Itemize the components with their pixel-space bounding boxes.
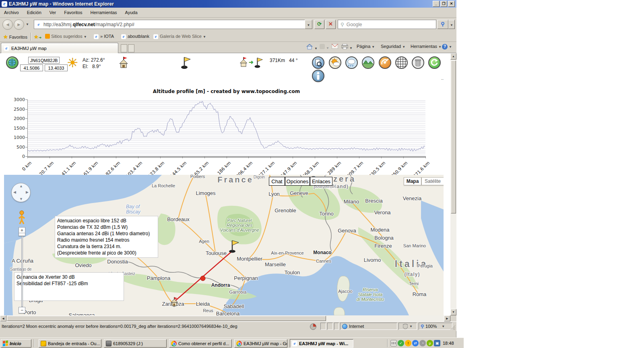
satellite-view-button[interactable]: Satélite: [421, 177, 444, 185]
map-canvas[interactable]: FranceSvizzera(Switzerland)Italia(Italy)…: [4, 175, 444, 315]
address-bar[interactable]: e http://ea3hmj.qlfecv.net/map/mapV2.php…: [34, 20, 305, 29]
opciones-button[interactable]: Opciones: [285, 177, 310, 186]
menu-archivo[interactable]: Archivo: [0, 8, 23, 17]
infobox-line: Sensibilidad del FT857 -125 dBm: [17, 280, 122, 287]
map-view-button[interactable]: Mapa: [404, 177, 421, 185]
zoom-slider-track[interactable]: [21, 235, 23, 307]
task-chrome-2[interactable]: EA3HMJ µW map - Googl...: [234, 339, 287, 348]
refresh-button[interactable]: ⟳: [314, 20, 324, 29]
feeds-button[interactable]: ▼: [320, 44, 329, 50]
task-chrome-1[interactable]: Como obtener el perfil d...: [169, 339, 232, 348]
network-icon[interactable]: ▣: [434, 340, 440, 346]
back-button[interactable]: ◄: [2, 19, 13, 30]
keyboard-icon[interactable]: [390, 340, 397, 346]
scroll-right-icon[interactable]: ▶: [444, 315, 450, 321]
satellite-button[interactable]: [379, 56, 391, 69]
sun-icon[interactable]: ☀: [67, 55, 78, 70]
suggested-sites-button[interactable]: Sitios sugeridos ▼: [45, 34, 87, 39]
menu-ayuda[interactable]: Ayuda: [121, 8, 142, 17]
zoom-profile-button[interactable]: [312, 56, 324, 69]
security-alert-icon[interactable]: !: [405, 340, 411, 346]
info-button[interactable]: [312, 70, 324, 82]
locator-globe-button[interactable]: [6, 56, 19, 69]
horizontal-scroll-thumb[interactable]: [7, 316, 326, 321]
help-button[interactable]: ? ▼: [442, 44, 452, 50]
pegman-icon[interactable]: [18, 210, 26, 225]
maximize-button[interactable]: ❐: [440, 1, 447, 7]
forward-button[interactable]: ►: [14, 19, 24, 30]
favorite-iota[interactable]: e » IOTA: [93, 34, 114, 39]
home-button[interactable]: ▼: [306, 44, 318, 50]
zoom-dropdown-icon[interactable]: ▼: [442, 325, 445, 328]
tools-menu[interactable]: Herramientas ▼: [411, 44, 442, 49]
new-tab-button[interactable]: [121, 44, 127, 52]
zoom-out-button[interactable]: −: [19, 307, 25, 313]
page-zoom-cell[interactable]: ⚲ 100% ▼: [419, 323, 452, 330]
pan-up-icon[interactable]: ▲: [19, 184, 23, 188]
search-box[interactable]: ⚲ Google: [338, 20, 436, 29]
read-mail-button[interactable]: [332, 44, 338, 50]
map-label: Bordeaux: [167, 216, 190, 222]
pan-right-icon[interactable]: ▶: [26, 190, 29, 194]
scroll-up-icon[interactable]: ▲: [450, 53, 456, 60]
task-ie-active[interactable]: e EA3HMJ µW map - Wi...: [290, 339, 353, 348]
pan-down-icon[interactable]: ▼: [19, 197, 23, 201]
grid-button[interactable]: [395, 56, 408, 69]
target-flag-icon[interactable]: [180, 55, 191, 69]
tab-list-button[interactable]: [128, 44, 134, 52]
enlaces-button[interactable]: Enlaces: [310, 177, 332, 186]
home-to-target-button[interactable]: ➜: [238, 56, 263, 68]
map-home-marker-icon[interactable]: [169, 296, 181, 307]
scheduler-icon[interactable]: ◔: [419, 340, 426, 346]
scroll-left-icon[interactable]: ◀: [0, 315, 6, 321]
tab-ea3hmj[interactable]: e EA3HMJ µW map: [1, 43, 118, 53]
terrain-button[interactable]: [362, 56, 374, 69]
menu-ver[interactable]: Ver: [45, 8, 60, 17]
menu-herramientas[interactable]: Herramientas: [87, 8, 121, 17]
weather-button[interactable]: [329, 56, 341, 69]
info-icon: [313, 70, 324, 81]
protected-mode-cell[interactable]: ▼: [398, 323, 417, 330]
utorrent-icon[interactable]: µ: [427, 340, 433, 346]
refresh-map-button[interactable]: [428, 56, 441, 69]
more-indicator[interactable]: ..: [441, 76, 444, 81]
map-label: Lleida: [196, 301, 210, 307]
address-dropdown-button[interactable]: ▼: [305, 20, 312, 29]
menu-favoritos[interactable]: Favoritos: [60, 8, 86, 17]
map-flag-marker-icon[interactable]: [228, 238, 240, 253]
map-label: Limoges: [196, 190, 215, 196]
chat-button[interactable]: Chat: [269, 177, 285, 186]
favorite-aboutblank[interactable]: e aboutblank: [121, 34, 149, 39]
vertical-scrollbar[interactable]: ▲ ▼: [450, 53, 456, 315]
page-menu[interactable]: Página ▼: [357, 44, 375, 49]
favorites-button[interactable]: ★ Favoritos: [3, 34, 27, 40]
history-dropdown-icon[interactable]: ▼: [26, 23, 29, 26]
close-button[interactable]: ✕: [448, 1, 455, 7]
latitude-input[interactable]: [20, 64, 43, 71]
web-slice-gallery-button[interactable]: e Galería de Web Slice ▼: [153, 34, 206, 39]
search-options-button[interactable]: ▼: [448, 20, 455, 29]
menu-edicion[interactable]: Edición: [23, 8, 45, 17]
locator-input[interactable]: [28, 57, 60, 64]
search-button[interactable]: ⚲: [437, 20, 448, 29]
longitude-input[interactable]: [45, 64, 68, 71]
antivirus-icon[interactable]: ✓: [398, 340, 404, 346]
vertical-scroll-thumb[interactable]: [451, 60, 456, 213]
add-favorite-button[interactable]: ★➜: [34, 34, 41, 40]
teamviewer-icon[interactable]: ⇄: [412, 340, 419, 346]
task-drive[interactable]: 618905329 (J:): [104, 339, 167, 348]
rain-button[interactable]: [345, 56, 358, 69]
minimize-button[interactable]: _: [433, 1, 440, 7]
zoom-slider-thumb[interactable]: [19, 233, 25, 236]
start-button[interactable]: Inicio: [1, 339, 31, 348]
home-marker-icon[interactable]: [118, 56, 130, 69]
security-menu[interactable]: Seguridad ▼: [381, 44, 405, 49]
map-pan-control[interactable]: ▲ ▼ ◀ ▶: [11, 183, 31, 202]
task-out-look[interactable]: Bandeja de entrada - Ou...: [39, 339, 101, 348]
pan-left-icon[interactable]: ◀: [13, 190, 16, 194]
horizontal-scrollbar[interactable]: ◀ ▶: [0, 315, 450, 321]
stop-button[interactable]: ✕: [326, 20, 336, 29]
clear-button[interactable]: [412, 56, 424, 69]
scroll-down-icon[interactable]: ▼: [450, 309, 456, 315]
print-button[interactable]: ▼: [341, 44, 353, 50]
